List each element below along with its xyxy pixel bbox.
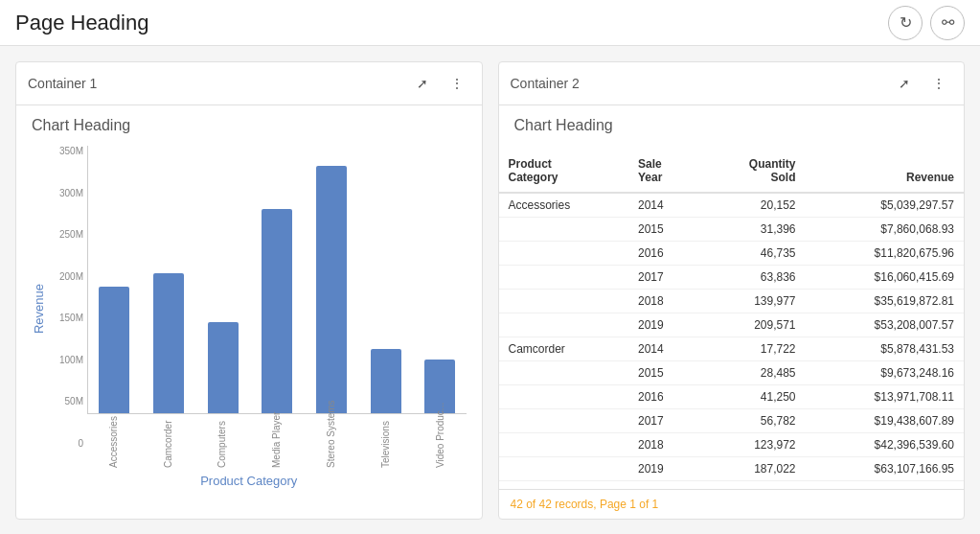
cell-revenue: $5,039,297.57 <box>806 193 964 218</box>
col-header-year: SaleYear <box>628 150 700 193</box>
cell-category <box>499 313 628 337</box>
table-row: 2019187,022$63,107,166.95 <box>499 457 965 481</box>
bar <box>153 273 184 413</box>
bar-group <box>92 287 137 413</box>
container-2-icons: ➚ ⋮ <box>891 70 952 97</box>
cell-revenue: $11,820,675.96 <box>806 242 964 266</box>
chart-area-1: Revenue 350M300M250M200M150M100M50M0 Acc… <box>32 146 467 472</box>
cell-year: 2015 <box>628 218 700 242</box>
cell-year: 2019 <box>628 313 700 337</box>
y-axis: 350M300M250M200M150M100M50M0 <box>49 146 87 472</box>
cell-category: Camcorder <box>499 337 628 361</box>
cell-year: 2018 <box>628 433 700 457</box>
cell-year: 2019 <box>628 457 700 481</box>
cell-category <box>499 242 628 266</box>
x-axis-label: Accessories <box>108 414 119 468</box>
y-axis-label: 200M <box>59 271 83 282</box>
refresh-icon: ↻ <box>900 13 912 32</box>
table-row: 201763,836$16,060,415.69 <box>499 266 965 290</box>
x-label-wrap: Accessories <box>91 414 136 472</box>
cell-quantity: 139,977 <box>700 290 806 313</box>
data-table: ProductCategory SaleYear QuantitySold Re… <box>499 150 965 481</box>
container-2-title: Container 2 <box>511 76 580 91</box>
y-axis-label: 150M <box>59 313 83 323</box>
chart-heading-section-2: Chart Heading <box>499 105 965 150</box>
chart-wrapper-1: Revenue 350M300M250M200M150M100M50M0 Acc… <box>32 146 467 496</box>
chart-plot: AccessoriesCamcorderComputersMedia Playe… <box>87 146 467 472</box>
y-axis-label: 350M <box>59 146 83 156</box>
cell-category <box>499 290 628 313</box>
more-icon-2[interactable]: ⋮ <box>925 70 952 97</box>
cell-year: 2018 <box>628 290 700 313</box>
more-icon-1[interactable]: ⋮ <box>444 70 470 97</box>
y-axis-label: 300M <box>59 188 83 198</box>
cell-category <box>499 457 628 481</box>
table-row: 201528,485$9,673,248.16 <box>499 361 965 385</box>
table-row: 201646,735$11,820,675.96 <box>499 242 965 266</box>
cell-quantity: 187,022 <box>700 457 806 481</box>
cell-revenue: $9,673,248.16 <box>806 361 964 385</box>
x-axis-label: Televisions <box>380 414 391 468</box>
x-axis-title: Product Category <box>200 474 297 496</box>
x-axis-label: Computers <box>217 414 227 468</box>
container-2-header: Container 2 ➚ ⋮ <box>499 62 965 105</box>
header-actions: ↻ ⚯ <box>888 6 965 40</box>
x-axis-labels: AccessoriesCamcorderComputersMedia Playe… <box>87 414 467 472</box>
table-row: Accessories201420,152$5,039,297.57 <box>499 193 965 218</box>
x-label-wrap: Video Produc... <box>418 414 463 472</box>
cell-quantity: 46,735 <box>700 242 806 266</box>
refresh-button[interactable]: ↻ <box>888 6 923 40</box>
x-axis-label: Video Produc... <box>435 414 445 468</box>
table-section[interactable]: ProductCategory SaleYear QuantitySold Re… <box>499 150 965 489</box>
cell-revenue: $53,208,007.57 <box>806 313 964 337</box>
expand-icon-2[interactable]: ➚ <box>891 70 918 97</box>
cell-year: 2014 <box>628 193 700 218</box>
cell-year: 2016 <box>628 242 700 266</box>
cell-category: Accessories <box>499 193 628 218</box>
cell-year: 2014 <box>628 337 700 361</box>
page-title: Page Heading <box>15 11 148 35</box>
x-label-wrap: Media Player <box>254 414 299 472</box>
table-body: Accessories201420,152$5,039,297.57201531… <box>499 193 965 481</box>
col-header-revenue: Revenue <box>806 150 964 193</box>
cell-revenue: $7,860,068.93 <box>806 218 964 242</box>
y-axis-label: 100M <box>59 355 83 365</box>
x-label-wrap: Stereo Systems <box>308 414 353 472</box>
cell-revenue: $42,396,539.60 <box>806 433 964 457</box>
cell-quantity: 123,972 <box>700 433 806 457</box>
bar-group <box>147 273 192 413</box>
bar <box>99 287 129 413</box>
x-axis-label: Stereo Systems <box>326 414 336 468</box>
cell-revenue: $19,438,607.89 <box>806 409 964 433</box>
table-header-row: ProductCategory SaleYear QuantitySold Re… <box>499 150 965 193</box>
x-label-wrap: Camcorder <box>146 414 191 472</box>
chart-section-1: Chart Heading Revenue 350M300M250M200M15… <box>16 105 482 507</box>
cell-year: 2015 <box>628 361 700 385</box>
bar-group <box>200 322 245 413</box>
table-row: Camcorder201417,722$5,878,431.53 <box>499 337 965 361</box>
container-2: Container 2 ➚ ⋮ Chart Heading ProductCat… <box>498 61 966 520</box>
cell-category <box>499 218 628 242</box>
cell-quantity: 28,485 <box>700 361 806 385</box>
y-axis-label: 0 <box>78 438 83 449</box>
cell-revenue: $13,971,708.11 <box>806 385 964 409</box>
chart-heading-2: Chart Heading <box>514 117 949 134</box>
expand-icon-1[interactable]: ➚ <box>409 70 436 97</box>
filter-button[interactable]: ⚯ <box>930 6 965 40</box>
y-axis-title: Revenue <box>32 284 46 334</box>
cell-revenue: $16,060,415.69 <box>806 266 964 290</box>
cell-year: 2017 <box>628 266 700 290</box>
bar <box>262 209 292 413</box>
cell-category <box>499 361 628 385</box>
cell-year: 2017 <box>628 409 700 433</box>
y-axis-title-wrap: Revenue <box>32 146 49 472</box>
table-head: ProductCategory SaleYear QuantitySold Re… <box>499 150 965 193</box>
bars-container <box>87 146 467 414</box>
table-footer: 42 of 42 records, Page 1 of 1 <box>499 489 965 519</box>
cell-year: 2016 <box>628 385 700 409</box>
container-1-title: Container 1 <box>28 76 97 91</box>
x-label-wrap: Televisions <box>363 414 408 472</box>
container-1: Container 1 ➚ ⋮ Chart Heading Revenue 35… <box>15 61 483 520</box>
x-axis-label: Media Player <box>271 414 282 468</box>
bar <box>316 166 347 413</box>
